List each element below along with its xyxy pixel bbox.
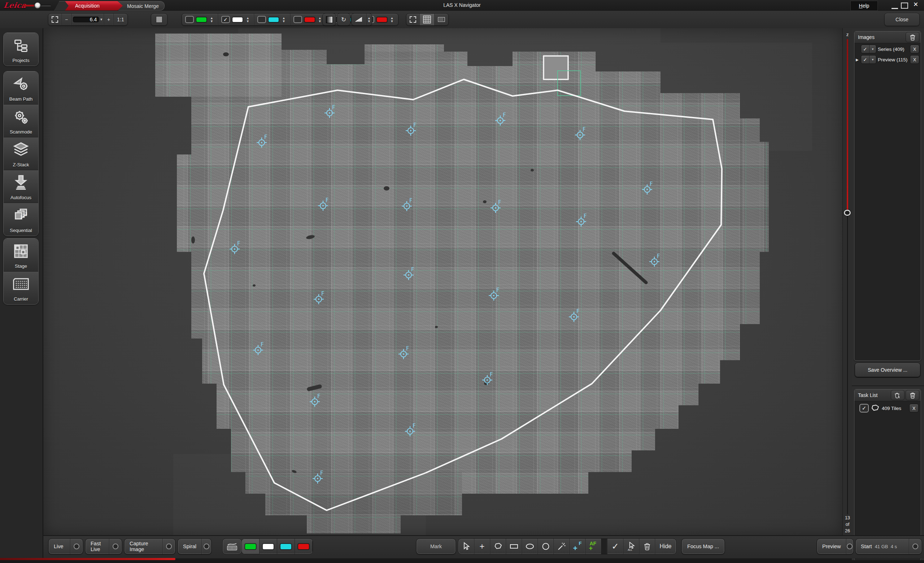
z-range-track[interactable] bbox=[847, 39, 848, 213]
zoom-out-button[interactable]: − bbox=[62, 14, 72, 25]
add-point-tool[interactable]: + bbox=[474, 539, 490, 554]
focus-point-marker[interactable]: F bbox=[575, 126, 586, 140]
focus-point-marker[interactable]: F bbox=[318, 197, 329, 211]
hide-tool[interactable]: Hide bbox=[655, 539, 676, 554]
sidebar-item-stage[interactable]: Stage bbox=[4, 238, 38, 271]
focus-point-marker[interactable]: F bbox=[642, 181, 653, 195]
delete-all-tasks-button[interactable] bbox=[906, 390, 919, 400]
remove-preview-button[interactable]: X bbox=[910, 55, 919, 64]
circle-tool[interactable] bbox=[538, 539, 554, 554]
remove-series-button[interactable]: X bbox=[910, 45, 919, 53]
focus-point-marker[interactable]: F bbox=[253, 341, 264, 355]
grid-large-button[interactable] bbox=[420, 14, 435, 25]
sidebar-item-z-stack[interactable]: Z-Stack bbox=[4, 137, 38, 170]
channel-spinner[interactable]: ▲▼ bbox=[209, 16, 214, 23]
focus-point-marker[interactable]: F bbox=[310, 393, 321, 407]
checkbox-checked-icon[interactable]: ✓ bbox=[221, 16, 230, 23]
start-button[interactable]: Start 41 GB 4 s bbox=[855, 539, 922, 554]
channel-toggle-0[interactable]: ▲▼ bbox=[182, 14, 218, 25]
save-overview-button[interactable]: Save Overview ... bbox=[855, 363, 920, 377]
tab-mosaic-merge[interactable]: Mosaic Merge bbox=[118, 1, 165, 10]
channel-toggle-2[interactable]: ▲▼ bbox=[254, 14, 290, 25]
capture-image-button[interactable]: Capture Image bbox=[124, 539, 176, 554]
add-focus-point-tool[interactable]: + F bbox=[570, 539, 585, 554]
task-row-tiles[interactable]: ✓ 409 Tiles X bbox=[860, 403, 919, 413]
channel-color-swatch[interactable] bbox=[268, 17, 279, 22]
focus-point-marker[interactable]: F bbox=[569, 308, 580, 322]
channel-button-0[interactable] bbox=[242, 539, 260, 554]
preview-visibility-toggle[interactable]: ✓ ▼ bbox=[861, 55, 876, 64]
focus-point-marker[interactable]: F bbox=[406, 122, 417, 136]
focus-point-marker[interactable]: F bbox=[576, 213, 587, 227]
sidebar-item-projects[interactable]: Projects bbox=[4, 33, 38, 66]
fit-view-button[interactable] bbox=[48, 14, 62, 25]
checkbox-unchecked-icon[interactable] bbox=[294, 16, 302, 23]
focus-map-button[interactable]: Focus Map ... bbox=[681, 539, 725, 554]
scan-region-polygon[interactable] bbox=[204, 79, 722, 510]
channel-button-1[interactable] bbox=[260, 539, 277, 554]
contrast-slope-spinner[interactable]: ▲▼ bbox=[366, 14, 372, 25]
image-row-series[interactable]: ✓ ▼ Series (409) X bbox=[856, 44, 919, 54]
focus-point-marker[interactable]: F bbox=[399, 345, 409, 359]
live-button[interactable]: Live bbox=[48, 539, 83, 554]
mark-button[interactable]: Mark bbox=[416, 539, 456, 554]
channel-spinner[interactable]: ▲▼ bbox=[317, 16, 322, 23]
focus-point-marker[interactable]: F bbox=[489, 287, 500, 301]
ellipse-tool[interactable] bbox=[522, 539, 538, 554]
channel-button-2[interactable] bbox=[277, 539, 295, 554]
channel-spinner[interactable]: ▲▼ bbox=[390, 16, 395, 23]
delete-images-button[interactable] bbox=[906, 32, 919, 42]
channel-toggle-1[interactable]: ✓▲▼ bbox=[218, 14, 254, 25]
zoom-value[interactable]: 6.4 bbox=[73, 16, 99, 22]
wand-tool[interactable] bbox=[554, 539, 570, 554]
close-icon[interactable]: ✕ bbox=[912, 2, 920, 7]
delete-selected-task-button[interactable] bbox=[891, 390, 904, 400]
focus-point-marker[interactable]: F bbox=[495, 112, 506, 126]
minimize-icon[interactable] bbox=[891, 4, 898, 9]
focus-point-marker[interactable]: F bbox=[314, 290, 324, 304]
focus-point-marker[interactable]: F bbox=[256, 134, 267, 148]
channel-color-swatch[interactable] bbox=[304, 17, 315, 22]
focus-point-marker[interactable]: F bbox=[490, 199, 501, 213]
checkbox-unchecked-icon[interactable] bbox=[257, 16, 266, 23]
control-panel-button[interactable] bbox=[223, 539, 242, 554]
task-checkbox[interactable]: ✓ bbox=[860, 404, 869, 413]
focus-point-marker[interactable]: F bbox=[324, 104, 335, 118]
series-visibility-toggle[interactable]: ✓ ▼ bbox=[861, 45, 876, 53]
zoom-in-button[interactable]: + bbox=[104, 14, 114, 25]
sidebar-item-autofocus[interactable]: Autofocus bbox=[4, 170, 38, 203]
zoom-dropdown-icon[interactable]: ▼ bbox=[100, 18, 103, 21]
sidebar-item-carrier[interactable]: Carrier bbox=[4, 271, 38, 304]
zoom-value-field[interactable]: 6.4 ▼ bbox=[72, 14, 104, 25]
focus-point-marker[interactable]: F bbox=[313, 470, 323, 484]
fast-live-button[interactable]: Fast Live bbox=[85, 539, 122, 554]
maximize-icon[interactable] bbox=[901, 3, 908, 9]
preview-scan-button[interactable]: Preview bbox=[817, 539, 854, 554]
delete-tool[interactable] bbox=[639, 539, 655, 554]
spiral-button[interactable]: Spiral bbox=[178, 539, 212, 554]
add-autofocus-tool[interactable]: AF + bbox=[585, 539, 602, 554]
single-tile-button[interactable] bbox=[151, 13, 168, 25]
channel-button-3[interactable] bbox=[295, 539, 313, 554]
checkbox-unchecked-icon[interactable] bbox=[185, 16, 194, 23]
focus-point-marker[interactable]: F bbox=[230, 240, 240, 254]
help-button[interactable]: Help bbox=[850, 1, 878, 11]
stage-overview-canvas[interactable]: FFFFFFFFFFFFFFFFFFFFFF bbox=[44, 28, 842, 535]
remove-task-button[interactable]: X bbox=[909, 404, 919, 413]
cursor-tool[interactable] bbox=[458, 539, 474, 554]
checkbox-checked-icon[interactable]: ✓ bbox=[861, 55, 869, 63]
sidebar-item-beam-path[interactable]: Beam Path bbox=[4, 72, 38, 104]
contrast-slope-button[interactable] bbox=[351, 14, 366, 25]
focus-point-marker[interactable]: F bbox=[405, 422, 416, 436]
refresh-button[interactable]: ↻ bbox=[337, 13, 351, 25]
channel-color-swatch[interactable] bbox=[196, 17, 207, 22]
polygon-tool[interactable] bbox=[490, 539, 506, 554]
focus-point-marker[interactable]: F bbox=[650, 253, 660, 267]
channel-toggle-3[interactable]: ▲▼ bbox=[290, 14, 326, 25]
rectangle-tool[interactable] bbox=[506, 539, 522, 554]
z-track[interactable] bbox=[847, 213, 848, 514]
sidebar-item-sequential[interactable]: 1 2 3 Sequential bbox=[4, 203, 38, 236]
channel-spinner[interactable]: ▲▼ bbox=[281, 16, 286, 23]
channel-color-swatch[interactable] bbox=[232, 17, 243, 22]
channel-color-swatch[interactable] bbox=[376, 17, 387, 22]
